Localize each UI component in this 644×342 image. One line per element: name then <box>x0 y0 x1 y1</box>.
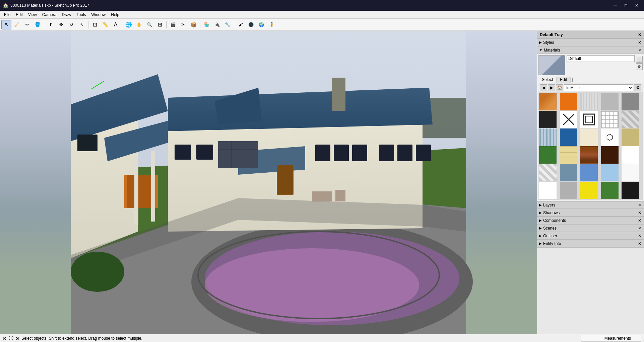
maximize-button[interactable]: □ <box>621 2 631 9</box>
material-cell-m14[interactable]: ⬡ <box>601 129 619 146</box>
offset-tool-button[interactable]: ⊡ <box>90 20 100 29</box>
material-cell-m28[interactable] <box>580 182 598 199</box>
geo-button[interactable]: 🌍 <box>256 20 266 29</box>
material-cell-m20[interactable] <box>622 146 639 164</box>
svg-rect-34 <box>334 145 349 161</box>
material-cell-m22[interactable] <box>560 164 577 181</box>
material-cell-m13[interactable] <box>580 129 598 146</box>
scene-button[interactable]: 🎬 <box>168 20 178 29</box>
extension1-button[interactable]: 🔌 <box>212 20 222 29</box>
components-section-header[interactable]: ▶ Components ✕ <box>537 217 644 224</box>
layers-section-header[interactable]: ▶ Layers ✕ <box>537 201 644 209</box>
erase-tool-button[interactable]: 🧹 <box>12 20 22 29</box>
material-cell-m15[interactable] <box>622 129 639 146</box>
warehouse-button[interactable]: 🏪 <box>202 20 212 29</box>
tray-close-button[interactable]: ✕ <box>638 32 641 37</box>
styles-close-icon[interactable]: ✕ <box>638 40 641 45</box>
material-cell-m10[interactable] <box>622 111 639 128</box>
menu-file[interactable]: File <box>1 11 13 18</box>
material-cell-m6[interactable] <box>539 111 557 128</box>
mat-back-button[interactable]: ◀ <box>540 84 547 91</box>
material-cell-m16[interactable] <box>539 146 557 164</box>
shadows-section-header[interactable]: ▶ Shadows ✕ <box>537 209 644 217</box>
pan-tool-button[interactable]: ✋ <box>134 20 144 29</box>
mat-options-button[interactable]: ⚙ <box>636 63 643 70</box>
tab-select[interactable]: Select <box>538 77 557 83</box>
mat-forward-button[interactable]: ▶ <box>548 84 555 91</box>
menu-edit[interactable]: Edit <box>13 11 25 18</box>
layers-close-icon[interactable]: ✕ <box>638 203 641 207</box>
material-cell-m23[interactable] <box>580 164 598 181</box>
text-tool-button[interactable]: A <box>111 20 121 29</box>
menu-camera[interactable]: Camera <box>40 11 59 18</box>
tape-tool-button[interactable]: 📏 <box>100 20 110 29</box>
menu-draw[interactable]: Draw <box>59 11 74 18</box>
pencil-tool-button[interactable]: ✏ <box>22 20 32 29</box>
mat-category-dropdown[interactable]: In Model <box>564 84 633 91</box>
push-pull-button[interactable]: ⬆ <box>46 20 56 29</box>
material-cell-m27[interactable] <box>560 182 577 199</box>
material-cell-m5[interactable] <box>622 93 639 110</box>
materials-close-icon[interactable]: ✕ <box>638 48 641 53</box>
shadows-collapse-arrow: ▶ <box>539 211 542 215</box>
mat-sample-button[interactable]: ⬜ <box>636 56 643 63</box>
shadow-button[interactable]: 🌑 <box>246 20 256 29</box>
person-button[interactable]: 🧍 <box>267 20 277 29</box>
mat-options-menu-button[interactable]: ⚙ <box>634 84 641 91</box>
components-close-icon[interactable]: ✕ <box>638 218 641 223</box>
zoom-extents-button[interactable]: ⊞ <box>155 20 165 29</box>
material-name-input[interactable] <box>567 55 635 62</box>
material-cell-m25[interactable] <box>622 164 639 181</box>
outliner-close-icon[interactable]: ✕ <box>638 234 641 238</box>
scenes-close-icon[interactable]: ✕ <box>638 226 641 231</box>
materials-section-header[interactable]: ▼ Materials ✕ <box>537 47 644 54</box>
component-button[interactable]: 📦 <box>189 20 199 29</box>
scale-tool-button[interactable]: ⤡ <box>77 20 87 29</box>
material-cell-m29[interactable] <box>601 182 619 199</box>
orbit-tool-button[interactable]: 🌐 <box>124 20 134 29</box>
rotate-tool-button[interactable]: ↺ <box>66 20 76 29</box>
material-cell-m26[interactable] <box>539 182 557 199</box>
material-cell-m30[interactable] <box>622 182 639 199</box>
tab-edit[interactable]: Edit <box>557 77 571 83</box>
material-cell-m9[interactable] <box>601 111 619 128</box>
material-cell-m18[interactable] <box>580 146 598 164</box>
material-cell-m17[interactable] <box>560 146 577 164</box>
extension2-button[interactable]: 🔧 <box>222 20 233 29</box>
styles-section-header[interactable]: ▶ Styles ✕ <box>537 39 644 46</box>
move-tool-button[interactable]: ✥ <box>56 20 66 29</box>
material-cell-m7[interactable] <box>560 111 577 128</box>
material-cell-m24[interactable] <box>601 164 619 181</box>
material-cell-m1[interactable] <box>539 93 557 110</box>
material-cell-m3[interactable] <box>580 93 598 110</box>
menu-window[interactable]: Window <box>89 11 109 18</box>
material-cell-m11[interactable] <box>539 129 557 146</box>
entity-info-section-header[interactable]: ▶ Entity Info ✕ <box>537 240 644 247</box>
shadows-close-icon[interactable]: ✕ <box>638 210 641 215</box>
zoom-tool-button[interactable]: 🔍 <box>144 20 154 29</box>
material-cell-m21[interactable] <box>539 164 557 181</box>
menu-tools[interactable]: Tools <box>74 11 89 18</box>
material-cell-m4[interactable] <box>601 93 619 110</box>
close-button[interactable]: ✕ <box>632 2 641 9</box>
svg-rect-40 <box>277 165 293 194</box>
section-button[interactable]: ✂ <box>178 20 188 29</box>
measurements-box[interactable]: Measurements <box>581 335 641 342</box>
svg-rect-26 <box>218 141 258 168</box>
entity-info-close-icon[interactable]: ✕ <box>638 241 641 246</box>
style-button[interactable]: 🖌 <box>236 20 246 29</box>
minimize-button[interactable]: ─ <box>610 2 620 9</box>
material-cell-m2[interactable] <box>560 93 577 110</box>
mat-home-button[interactable]: 🏠 <box>556 84 563 91</box>
paint-tool-button[interactable]: 🪣 <box>33 20 43 29</box>
viewport[interactable] <box>0 31 537 334</box>
outliner-section-header[interactable]: ▶ Outliner ✕ <box>537 232 644 240</box>
scenes-section-header[interactable]: ▶ Scenes ✕ <box>537 225 644 232</box>
menu-view[interactable]: View <box>25 11 40 18</box>
material-cell-m12[interactable] <box>560 129 577 146</box>
menu-help[interactable]: Help <box>108 11 122 18</box>
select-tool-button[interactable]: ↖ <box>1 20 11 29</box>
svg-rect-36 <box>379 145 394 161</box>
material-cell-m19[interactable] <box>601 146 619 164</box>
material-cell-m8[interactable] <box>580 111 598 128</box>
